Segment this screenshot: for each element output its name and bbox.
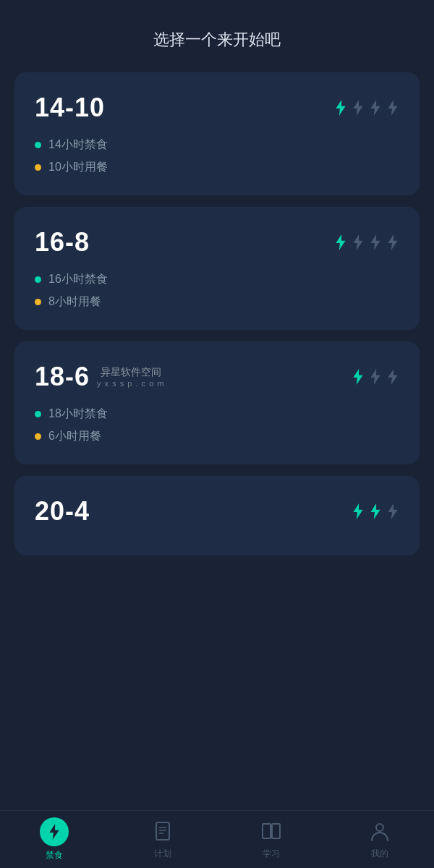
nav-label-profile: 我的 [371, 848, 388, 860]
card-details-18-6: 18小时禁食 6小时用餐 [35, 407, 399, 444]
card-header-row-20: 20-4 [35, 496, 399, 527]
detail-text-eating-10: 10小时用餐 [48, 160, 108, 175]
nav-label-learn: 学习 [263, 848, 280, 860]
lightning-icons-16-8 [334, 234, 399, 250]
card-18-6[interactable]: 18-6 异星软件空间 y x s s p . c o m [14, 341, 420, 464]
lightning-2-inactive-16 [352, 234, 365, 250]
lightning-1-active [334, 100, 347, 116]
dot-teal-16 [35, 276, 41, 283]
lightning-2-active-20 [369, 503, 382, 519]
detail-fasting-14: 14小时禁食 [35, 137, 399, 153]
nav-icon-learn [257, 819, 286, 845]
card-20-4[interactable]: 20-4 [14, 476, 420, 556]
dot-yellow-10 [35, 164, 41, 171]
card-header-row-16: 16-8 [35, 227, 399, 258]
nav-label-plan: 计划 [154, 848, 171, 860]
nav-icon-plan [148, 819, 177, 845]
detail-text-fasting-14: 14小时禁食 [48, 137, 108, 153]
book-icon [261, 822, 281, 841]
detail-text-fasting-16: 16小时禁食 [48, 272, 108, 287]
svg-rect-4 [263, 824, 271, 838]
page-title: 选择一个来开始吧 [0, 0, 434, 65]
detail-text-eating-6: 6小时用餐 [48, 429, 101, 444]
lightning-3-inactive-20 [386, 503, 399, 519]
lightning-1-active-16 [334, 234, 347, 250]
document-icon [154, 822, 171, 842]
detail-text-eating-8: 8小时用餐 [48, 294, 101, 310]
nav-item-learn[interactable]: 学习 [250, 819, 293, 860]
lightning-3-inactive-16 [369, 234, 382, 250]
card-header-row-18: 18-6 异星软件空间 y x s s p . c o m [35, 362, 399, 392]
nav-item-fasting[interactable]: 禁食 [33, 817, 76, 861]
detail-fasting-16: 16小时禁食 [35, 272, 399, 287]
card-title-20-4: 20-4 [35, 496, 90, 527]
svg-rect-0 [156, 822, 169, 840]
nav-label-fasting: 禁食 [46, 849, 63, 861]
nav-icon-profile [365, 819, 394, 845]
svg-rect-5 [272, 824, 280, 838]
svg-point-7 [376, 824, 383, 831]
nav-icon-fasting-bg [40, 817, 69, 846]
cards-container: 14-10 14小时禁食 [0, 65, 434, 628]
nav-item-profile[interactable]: 我的 [358, 819, 401, 860]
lightning-4-inactive-16 [386, 234, 399, 250]
detail-eating-6: 6小时用餐 [35, 429, 399, 444]
watermark-sub: y x s s p . c o m [97, 378, 164, 388]
card-title-18-6: 18-6 [35, 362, 90, 392]
bottom-nav: 禁食 计划 学习 我的 [0, 810, 434, 868]
dot-teal-18 [35, 411, 41, 417]
lightning-icons-14-10 [334, 100, 399, 116]
card-details-16-8: 16小时禁食 8小时用餐 [35, 272, 399, 310]
card-title-16-8: 16-8 [35, 227, 90, 258]
detail-text-fasting-18: 18小时禁食 [48, 407, 108, 422]
person-icon [370, 822, 389, 842]
lightning-3-inactive [369, 100, 382, 116]
dot-yellow-8 [35, 299, 41, 305]
lightning-2-inactive-18 [369, 369, 382, 385]
card-details-14-10: 14小时禁食 10小时用餐 [35, 137, 399, 175]
lightning-1-active-18 [352, 369, 365, 385]
detail-fasting-18: 18小时禁食 [35, 407, 399, 422]
watermark-18-6: 异星软件空间 y x s s p . c o m [97, 365, 164, 388]
nav-lightning-icon [48, 824, 61, 840]
lightning-3-inactive-18 [386, 369, 399, 385]
card-14-10[interactable]: 14-10 14小时禁食 [14, 72, 420, 195]
lightning-4-inactive [386, 100, 399, 116]
lightning-2-inactive [352, 100, 365, 116]
detail-eating-8: 8小时用餐 [35, 294, 399, 310]
card-16-8[interactable]: 16-8 16小时禁食 [14, 207, 420, 330]
detail-eating-10: 10小时用餐 [35, 160, 399, 175]
nav-item-plan[interactable]: 计划 [141, 819, 184, 860]
watermark-main: 异星软件空间 [97, 365, 164, 378]
dot-yellow-6 [35, 433, 41, 440]
lightning-icons-20-4 [352, 503, 399, 519]
card-header-row: 14-10 [35, 93, 399, 123]
lightning-icons-18-6 [352, 369, 399, 385]
dot-teal-14 [35, 142, 41, 148]
card-title-14-10: 14-10 [35, 93, 105, 123]
lightning-1-active-20 [352, 503, 365, 519]
